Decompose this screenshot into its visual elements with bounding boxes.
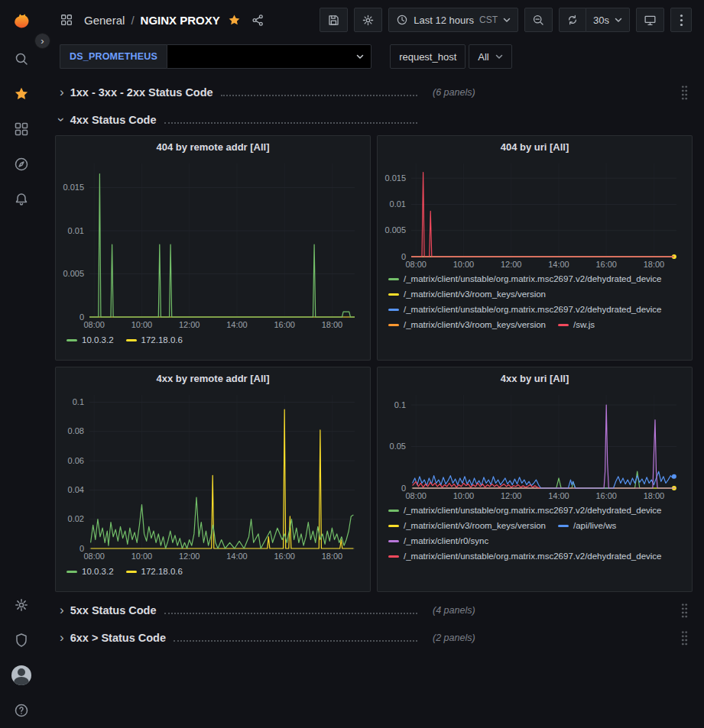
sidebar-item-help[interactable]: [0, 693, 43, 728]
series-name: /sw.js: [573, 320, 595, 329]
panel-title[interactable]: 4xx by remote addr [All]: [56, 367, 370, 389]
sidebar-item-dashboards[interactable]: [0, 112, 43, 147]
legend: /_matrix/client/unstable/org.matrix.msc2…: [378, 270, 692, 350]
chart-area[interactable]: 08:0010:0012:0014:0016:0018:0000.020.040…: [62, 389, 364, 562]
time-range-picker[interactable]: Last 12 hours CST: [388, 8, 518, 32]
help-icon: [14, 703, 29, 718]
legend-item[interactable]: /_matrix/client/unstable/org.matrix.msc2…: [388, 274, 662, 283]
kebab-menu-icon: [680, 14, 683, 27]
apps-icon[interactable]: [60, 13, 73, 27]
panel-count: (4 panels): [433, 605, 475, 616]
svg-text:14:00: 14:00: [548, 491, 569, 500]
row-drag-handle[interactable]: [681, 630, 688, 646]
timeseries-plot[interactable]: 08:0010:0012:0014:0016:0018:0000.050.1: [384, 389, 686, 502]
timeseries-plot[interactable]: 08:0010:0012:0014:0016:0018:0000.0050.01…: [62, 157, 364, 331]
variable-value-datasource[interactable]: [167, 44, 371, 69]
dashboard-settings-button[interactable]: [354, 8, 382, 32]
svg-text:10:00: 10:00: [453, 491, 475, 500]
series-name: /_matrix/client/unstable/org.matrix.msc2…: [404, 305, 662, 314]
chevron-down-icon: [615, 18, 622, 23]
row-title: 1xx - 3xx - 2xx Status Code: [70, 86, 213, 99]
row-header-6xx[interactable]: › 6xx > Status Code (2 panels): [55, 627, 693, 649]
timeseries-plot[interactable]: 08:0010:0012:0014:0016:0018:0000.0050.01…: [384, 157, 686, 270]
favorite-star-icon[interactable]: [228, 14, 241, 27]
svg-text:0.06: 0.06: [68, 456, 84, 465]
zoom-out-button[interactable]: [524, 8, 553, 32]
legend: /_matrix/client/unstable/org.matrix.msc2…: [378, 502, 692, 581]
legend-item[interactable]: /_matrix/client/v3/room_keys/version: [388, 290, 546, 299]
svg-text:16:00: 16:00: [595, 491, 617, 500]
legend-item[interactable]: 172.18.0.6: [126, 567, 183, 576]
chart-area[interactable]: 08:0010:0012:0014:0016:0018:0000.050.1: [384, 389, 686, 502]
dashboard-title[interactable]: NGINX PROXY: [141, 14, 220, 27]
legend-item[interactable]: /api/live/ws: [558, 521, 616, 530]
kebab-menu-button[interactable]: [670, 8, 692, 32]
compass-icon: [14, 157, 29, 172]
chevron-down-icon: [503, 18, 511, 23]
timeseries-plot[interactable]: 08:0010:0012:0014:0016:0018:0000.020.040…: [62, 389, 364, 562]
legend-item[interactable]: /_matrix/client/unstable/org.matrix.msc2…: [388, 305, 662, 314]
sidebar-item-alerting[interactable]: [0, 182, 43, 217]
sidebar-item-server-admin[interactable]: [0, 623, 43, 658]
panel-404-by-uri: 404 by uri [All] 08:0010:0012:0014:0016:…: [377, 135, 693, 361]
row-drag-handle[interactable]: [681, 603, 688, 619]
legend-item[interactable]: 10.0.3.2: [67, 567, 114, 576]
dotted-leader: [174, 640, 417, 642]
svg-text:0.02: 0.02: [68, 514, 84, 523]
share-icon[interactable]: [251, 14, 264, 27]
legend-item[interactable]: /_matrix/client/v3/room_keys/version: [388, 521, 546, 530]
sidebar-expand-button[interactable]: ›: [34, 33, 50, 49]
legend-item[interactable]: /_matrix/client/v3/room_keys/version: [388, 320, 546, 329]
series-name: /_matrix/client/r0/sync: [404, 536, 488, 545]
legend-item[interactable]: /_matrix/client/r0/sync: [388, 536, 488, 545]
chevron-down-icon: ›: [55, 117, 68, 121]
series-color-swatch: [388, 293, 399, 296]
panel-title[interactable]: 4xx by uri [All]: [378, 367, 692, 389]
row-title: 4xx Status Code: [70, 114, 157, 126]
series-color-swatch: [388, 555, 399, 558]
row-header-1xx-3xx-2xx[interactable]: › 1xx - 3xx - 2xx Status Code (6 panels): [55, 82, 693, 103]
refresh-button-group: 30s: [559, 8, 630, 32]
chart-area[interactable]: 08:0010:0012:0014:0016:0018:0000.0050.01…: [62, 157, 364, 331]
legend-item[interactable]: 172.18.0.6: [126, 335, 183, 345]
svg-text:18:00: 18:00: [322, 552, 343, 561]
zoom-out-icon: [532, 14, 545, 27]
row-header-5xx[interactable]: › 5xx Status Code (4 panels): [55, 600, 693, 621]
sidebar-item-settings[interactable]: [0, 587, 43, 623]
save-dashboard-button[interactable]: [320, 8, 348, 32]
tv-mode-button[interactable]: [636, 8, 664, 32]
svg-text:10:00: 10:00: [131, 552, 153, 561]
series-color-swatch: [388, 309, 399, 311]
refresh-button[interactable]: [559, 8, 586, 32]
refresh-icon: [566, 14, 579, 26]
row-drag-handle[interactable]: [681, 85, 688, 101]
sidebar-item-starred[interactable]: [0, 76, 43, 112]
shield-icon: [14, 633, 29, 648]
series-color-swatch: [126, 571, 137, 573]
series-color-swatch: [558, 525, 569, 527]
breadcrumb-folder[interactable]: General: [84, 14, 125, 27]
series-name: /_matrix/client/v3/room_keys/version: [404, 320, 546, 329]
submenu-variables: DS_PROMETHEUS request_host All: [43, 40, 704, 76]
sidebar-item-profile[interactable]: [0, 658, 43, 693]
save-icon: [327, 14, 340, 27]
panel-title[interactable]: 404 by remote addr [All]: [56, 136, 370, 157]
row-header-4xx[interactable]: › 4xx Status Code: [55, 109, 693, 131]
chart-area[interactable]: 08:0010:0012:0014:0016:0018:0000.0050.01…: [384, 157, 686, 270]
clock-icon: [396, 14, 408, 26]
sidebar-item-explore[interactable]: [0, 147, 43, 182]
svg-text:18:00: 18:00: [644, 260, 665, 269]
variable-value-request-host[interactable]: All: [469, 44, 511, 69]
refresh-interval-dropdown[interactable]: 30s: [586, 8, 630, 32]
legend-item[interactable]: /sw.js: [558, 320, 595, 329]
legend-item[interactable]: /_matrix/client/unstable/org.matrix.msc2…: [388, 506, 662, 515]
svg-text:12:00: 12:00: [179, 320, 200, 329]
legend-item[interactable]: 10.0.3.2: [67, 335, 114, 345]
panel-title[interactable]: 404 by uri [All]: [378, 136, 692, 157]
variable-label-datasource: DS_PROMETHEUS: [60, 44, 167, 69]
variable-label-text: request_host: [399, 51, 456, 63]
legend-item[interactable]: /_matrix/client/unstable/org.matrix.msc2…: [388, 552, 662, 561]
chevron-right-icon: ›: [60, 603, 64, 616]
svg-text:08:00: 08:00: [83, 552, 105, 561]
series-name: /_matrix/client/v3/room_keys/version: [404, 290, 546, 299]
